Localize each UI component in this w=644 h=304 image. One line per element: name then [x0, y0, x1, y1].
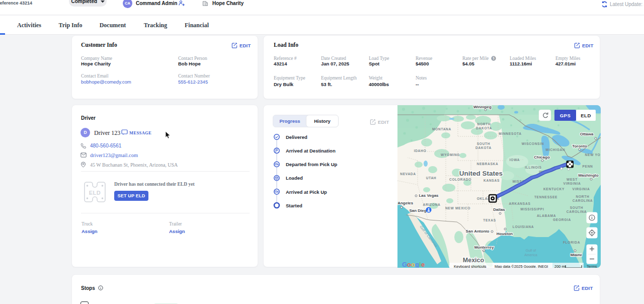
svg-text:GPS: GPS — [560, 113, 571, 118]
svg-text:DAKOTA: DAKOTA — [475, 146, 492, 149]
svg-text:NEBRASKA: NEBRASKA — [477, 162, 499, 166]
svg-text:San Antonio: San Antonio — [466, 229, 490, 234]
svg-text:SOUTH: SOUTH — [570, 206, 584, 209]
svg-text:Keyboard shortcuts: Keyboard shortcuts — [454, 264, 487, 268]
svg-text:NEW YO: NEW YO — [585, 153, 601, 157]
svg-text:ILLINOIS: ILLINOIS — [525, 166, 541, 169]
svg-text:KENTUCKY: KENTUCKY — [543, 187, 565, 191]
svg-text:ELD: ELD — [581, 113, 591, 118]
svg-text:MINNESOTA: MINNESOTA — [499, 132, 521, 135]
svg-text:IOWA: IOWA — [510, 158, 520, 162]
svg-text:Map data ©2025 Google, INEGI: Map data ©2025 Google, INEGI — [495, 264, 548, 268]
svg-text:o: o — [411, 261, 415, 268]
svg-text:g: g — [415, 261, 419, 268]
svg-text:VIRGINIA: VIRGINIA — [573, 187, 590, 191]
svg-text:WISCONSIN: WISCONSIN — [522, 142, 544, 145]
svg-text:WEST: WEST — [567, 178, 578, 181]
svg-text:CAROLINA: CAROLINA — [567, 210, 587, 213]
svg-text:G: G — [402, 261, 407, 268]
svg-text:DAKOTA: DAKOTA — [476, 126, 492, 130]
svg-text:Dallas: Dallas — [493, 207, 505, 212]
svg-text:United States: United States — [459, 170, 503, 177]
svg-text:WYOMING: WYOMING — [441, 153, 460, 157]
svg-text:Ottawa: Ottawa — [580, 132, 594, 136]
svg-text:ELD: ELD — [89, 190, 101, 196]
svg-text:Washingto: Washingto — [578, 173, 599, 178]
svg-text:PENN: PENN — [582, 165, 593, 168]
svg-text:o: o — [407, 261, 411, 268]
svg-text:ARIZONA: ARIZONA — [423, 203, 441, 206]
svg-text:TENNESSEE: TENNESSEE — [534, 195, 557, 199]
svg-text:$: $ — [493, 56, 495, 60]
svg-text:FLORIDA: FLORIDA — [563, 241, 580, 244]
svg-text:Terms: Terms — [587, 264, 597, 268]
svg-text:NEW MEXICO: NEW MEXICO — [445, 206, 470, 210]
svg-text:UTAH: UTAH — [426, 176, 437, 180]
svg-text:VIRGINIA: VIRGINIA — [564, 182, 581, 185]
svg-text:COLORADO: COLORADO — [449, 178, 471, 181]
svg-text:LOUISIANA: LOUISIANA — [513, 225, 534, 229]
svg-text:Los Angeles: Los Angeles — [397, 201, 414, 205]
svg-text:MISSISSIPPI: MISSISSIPPI — [521, 207, 544, 211]
svg-text:KANSAS: KANSAS — [484, 179, 500, 182]
svg-text:TEXAS: TEXAS — [483, 218, 496, 222]
svg-text:MONTANA: MONTANA — [432, 127, 451, 131]
svg-text:NORTH: NORTH — [576, 195, 590, 198]
svg-text:NEVADA: NEVADA — [400, 172, 416, 176]
svg-text:Monterrey: Monterrey — [474, 245, 494, 250]
svg-text:Gulf of: Gulf of — [526, 249, 536, 252]
svg-text:Las Vegas: Las Vegas — [419, 193, 439, 198]
svg-text:Houston: Houston — [497, 232, 513, 236]
svg-text:America: America — [524, 253, 537, 257]
svg-text:200 mi: 200 mi — [554, 264, 566, 268]
svg-text:Chicago: Chicago — [534, 155, 550, 160]
svg-text:ALABAMA: ALABAMA — [537, 214, 556, 217]
svg-text:GEORGIA: GEORGIA — [553, 218, 571, 221]
svg-text:ARKANSAS: ARKANSAS — [509, 202, 531, 205]
svg-text:Winnipeg: Winnipeg — [473, 105, 492, 109]
svg-text:Miami: Miami — [571, 253, 582, 257]
svg-text:SOUTH: SOUTH — [477, 142, 491, 145]
svg-text:MICHIGAN: MICHIGAN — [546, 148, 566, 151]
svg-text:IDAHO: IDAHO — [414, 149, 427, 153]
svg-text:e: e — [421, 261, 425, 268]
svg-text:Toronto: Toronto — [572, 144, 587, 148]
svg-text:NORTH: NORTH — [477, 122, 491, 126]
svg-text:Mexico: Mexico — [463, 257, 485, 264]
svg-text:CAROLINA: CAROLINA — [573, 199, 593, 202]
